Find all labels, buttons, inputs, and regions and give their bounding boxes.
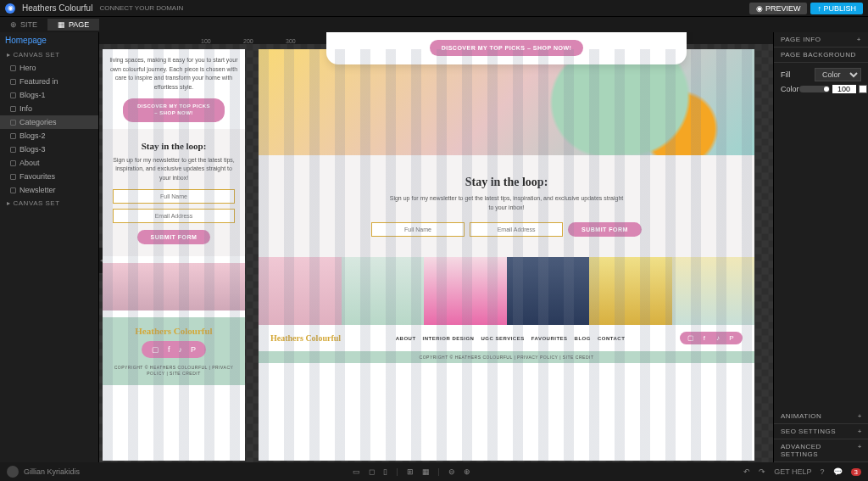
instagram-icon[interactable]: ▢ (152, 345, 159, 354)
desktop-canvas[interactable]: colourful journey. Each piece is chosen … (259, 49, 754, 461)
zoom-in-icon[interactable]: ⊕ (464, 467, 470, 476)
layer-blogs-1[interactable]: Blogs-1 (0, 88, 98, 102)
mobile-canvas[interactable]: living spaces, making it easy for you to… (103, 49, 245, 461)
gallery-1 (259, 257, 342, 325)
footer-desktop: Heathers Colourful ABOUT INTERIOR DESIGN… (259, 325, 754, 351)
top-bar: ◉ Heathers Colourful CONNECT YOUR DOMAIN… (0, 0, 868, 17)
advanced-section[interactable]: ADVANCED SETTINGS+ (774, 439, 868, 462)
zoom-out-icon[interactable]: ⊖ (448, 467, 455, 476)
layer-blogs-2[interactable]: Blogs-2 (0, 129, 98, 143)
help-icon[interactable]: ? (821, 467, 825, 476)
loop-title-desktop: Stay in the loop: (292, 176, 721, 189)
footer-mobile: Heathers Colourful ▢ f ♪ P COPYRIGHT © H… (103, 317, 245, 385)
tiktok-icon[interactable]: ♪ (179, 345, 183, 354)
page-background-section[interactable]: PAGE BACKGROUND (774, 48, 868, 63)
publish-button[interactable]: ↑ PUBLISH (810, 3, 863, 14)
copyright-desktop: COPYRIGHT © HEATHERS COLOURFUL | PRIVACY… (259, 351, 754, 363)
user-avatar[interactable] (7, 466, 19, 478)
layer-about[interactable]: About (0, 156, 98, 170)
nav-favourites[interactable]: FAVOURITES (531, 336, 568, 341)
social-links-mobile[interactable]: ▢ f ♪ P (142, 341, 206, 358)
chat-icon[interactable]: 💬 (833, 467, 843, 476)
tab-site[interactable]: ⊕ SITE (0, 19, 47, 31)
gallery-4 (507, 257, 590, 325)
nav-ugc[interactable]: UGC SERVICES (481, 336, 524, 341)
bottom-bar: Gillian Kyriakidis ▭ ◻ ▯ | ⊞ ▦ | ⊖ ⊕ ↶ ↷… (0, 462, 868, 481)
fill-label: Fill (781, 70, 791, 79)
facebook-icon[interactable]: f (700, 334, 709, 342)
opacity-input[interactable] (832, 85, 856, 93)
gallery-3 (424, 257, 507, 325)
fill-select[interactable]: Color (815, 68, 861, 81)
layer-info[interactable]: Info (0, 102, 98, 115)
canvas-area[interactable]: 100200300 ◂ ▸ living spaces, making it e… (99, 32, 773, 462)
social-links-desktop[interactable]: ▢ f ♪ P (680, 332, 743, 344)
nav-contact[interactable]: CONTACT (598, 336, 625, 341)
tab-page[interactable]: ▦ PAGE (47, 19, 99, 31)
right-panel: PAGE INFO+ PAGE BACKGROUND Fill Color Co… (773, 32, 868, 462)
canvas-set-header-bottom[interactable]: ▸ CANVAS SET (0, 197, 98, 210)
shop-button-mobile[interactable]: DISCOVER MY TOP PICKS – SHOP NOW! (123, 98, 225, 122)
canvas-set-header-top[interactable]: ▸ CANVAS SET (0, 48, 98, 61)
layer-favourites[interactable]: Favourites (0, 170, 98, 183)
hero-text-mobile: living spaces, making it easy for you to… (109, 56, 238, 92)
desktop-view-icon[interactable]: ▭ (353, 467, 360, 476)
color-label: Color (781, 85, 799, 93)
submit-button-desktop[interactable]: SUBMIT FORM (568, 222, 642, 237)
page-info-section[interactable]: PAGE INFO+ (774, 32, 868, 48)
instagram-icon[interactable]: ▢ (687, 334, 695, 342)
full-name-input-mobile[interactable] (113, 189, 235, 204)
gallery-6 (672, 257, 755, 325)
undo-icon[interactable]: ↶ (743, 467, 750, 476)
pinterest-icon[interactable]: P (191, 345, 196, 354)
gallery-2 (342, 257, 425, 325)
grid-icon[interactable]: ⊞ (407, 467, 414, 476)
submit-button-mobile[interactable]: SUBMIT FORM (137, 230, 211, 244)
hero-image: colourful journey. Each piece is chosen … (259, 49, 754, 155)
app-logo-icon: ◉ (5, 3, 15, 14)
redo-icon[interactable]: ↷ (759, 467, 765, 476)
layer-categories[interactable]: Categories (0, 115, 98, 129)
footer-logo-desktop: Heathers Colourful (270, 333, 341, 343)
footer-nav: ABOUT INTERIOR DESIGN UGC SERVICES FAVOU… (396, 336, 626, 341)
get-help-link[interactable]: GET HELP (774, 467, 811, 476)
left-panel: Homepage ▸ CANVAS SET Hero Featured in B… (0, 32, 99, 462)
loop-title-mobile: Stay in the loop: (113, 141, 235, 151)
gallery-image-mobile (103, 263, 245, 310)
hero-text-desktop: colourful journey. Each piece is chosen … (338, 32, 675, 33)
facebook-icon[interactable]: f (168, 345, 170, 354)
page-name-header[interactable]: Homepage (0, 32, 98, 48)
email-input-mobile[interactable] (113, 209, 235, 223)
email-input-desktop[interactable] (470, 222, 563, 237)
layer-newsletter[interactable]: Newsletter (0, 183, 98, 197)
full-name-input-desktop[interactable] (371, 222, 465, 237)
loop-text-desktop: Sign up for my newsletter to get the lat… (388, 194, 626, 212)
layer-hero[interactable]: Hero (0, 61, 98, 75)
nav-about[interactable]: ABOUT (396, 336, 416, 341)
tiktok-icon[interactable]: ♪ (714, 334, 722, 342)
layer-featured-in[interactable]: Featured in (0, 75, 98, 88)
color-swatch[interactable] (859, 85, 867, 93)
site-name: Heathers Colourful (22, 3, 92, 13)
nav-interior[interactable]: INTERIOR DESIGN (423, 336, 475, 341)
footer-logo-mobile: Heathers Colourful (111, 326, 236, 336)
shop-button-desktop[interactable]: DISCOVER MY TOP PICKS – SHOP NOW! (430, 40, 584, 56)
pinterest-icon[interactable]: P (727, 334, 736, 342)
tab-bar: ⊕ SITE ▦ PAGE (0, 17, 868, 32)
opacity-slider[interactable] (799, 86, 830, 92)
tablet-view-icon[interactable]: ◻ (369, 467, 375, 476)
mobile-view-icon[interactable]: ▯ (383, 467, 387, 476)
copyright-mobile: COPYRIGHT © HEATHERS COLOURFUL | PRIVACY… (111, 365, 236, 377)
gallery-5 (589, 257, 672, 325)
animation-section[interactable]: ANIMATION+ (774, 409, 868, 424)
layer-blogs-3[interactable]: Blogs-3 (0, 143, 98, 156)
nav-blog[interactable]: BLOG (575, 336, 591, 341)
preview-button[interactable]: ◉ PREVIEW (749, 3, 807, 14)
loop-text-mobile: Sign up for my newsletter to get the lat… (113, 156, 235, 183)
layout-icon[interactable]: ▦ (422, 467, 430, 476)
gallery-row (259, 257, 754, 325)
seo-section[interactable]: SEO SETTINGS+ (774, 424, 868, 439)
user-name: Gillian Kyriakidis (24, 467, 80, 476)
notification-badge[interactable]: 3 (851, 468, 861, 476)
connect-domain-link[interactable]: CONNECT YOUR DOMAIN (99, 4, 183, 12)
